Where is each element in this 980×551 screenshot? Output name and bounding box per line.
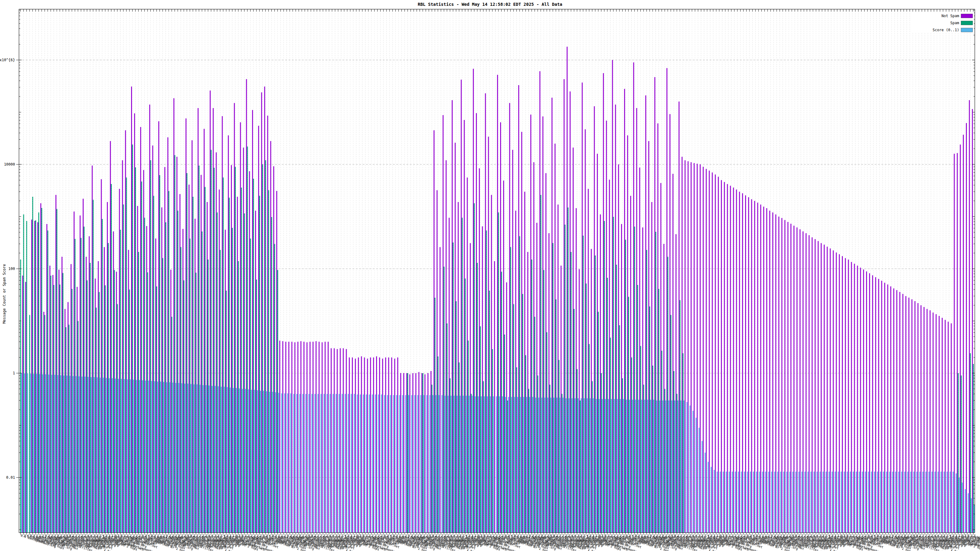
y-axis-label: Message Count or Spam Score — [2, 245, 6, 343]
legend-label: Score (0..1) — [932, 28, 959, 32]
svg-text:0.01: 0.01 — [6, 475, 15, 480]
plot-area: 0.011100100001x10^{6}0.9 zen.spamhaus.or… — [0, 0, 980, 551]
svg-text:10000: 10000 — [4, 162, 15, 167]
legend-swatch — [961, 21, 973, 25]
chart-title: RBL Statistics - Wed May 14 12:58:02 EDT… — [0, 2, 980, 7]
legend-swatch — [961, 28, 973, 32]
legend-swatch — [961, 14, 973, 18]
svg-text:1: 1 — [13, 371, 15, 375]
legend-label: Spam — [950, 21, 959, 25]
svg-text:100: 100 — [8, 267, 15, 271]
svg-text:1x10^{6}: 1x10^{6} — [0, 58, 15, 62]
rbl-statistics-chart: 0.011100100001x10^{6}0.9 zen.spamhaus.or… — [0, 0, 980, 551]
legend-label: Not Spam — [942, 14, 959, 18]
